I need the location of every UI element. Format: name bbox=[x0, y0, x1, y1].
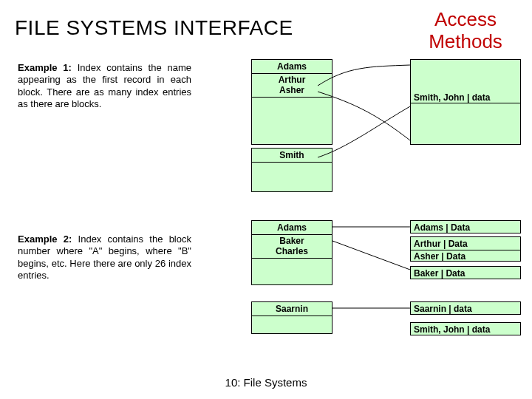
ex2-connectors bbox=[0, 0, 532, 399]
footer: 10: File Systems bbox=[0, 376, 532, 389]
